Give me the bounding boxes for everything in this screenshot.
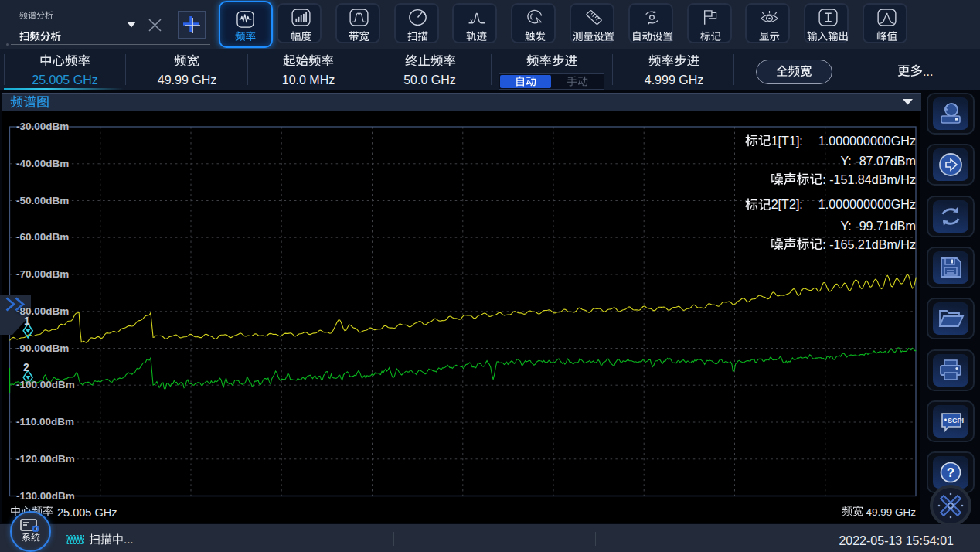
svg-text:SCPI: SCPI: [948, 417, 964, 424]
svg-text:?: ?: [947, 465, 954, 480]
